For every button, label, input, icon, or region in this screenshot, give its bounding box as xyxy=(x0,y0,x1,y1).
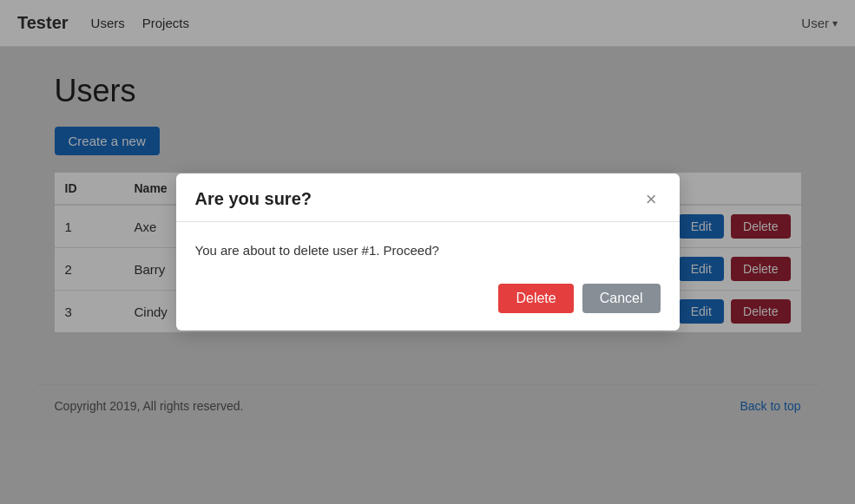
modal-cancel-button[interactable]: Cancel xyxy=(582,284,661,313)
modal-overlay[interactable]: Are you sure? × You are about to delete … xyxy=(0,0,855,504)
modal-delete-button[interactable]: Delete xyxy=(498,284,573,313)
modal-title: Are you sure? xyxy=(195,189,312,209)
modal-close-button[interactable]: × xyxy=(642,190,661,209)
confirm-modal: Are you sure? × You are about to delete … xyxy=(176,173,680,331)
modal-header: Are you sure? × xyxy=(176,173,680,222)
modal-message: You are about to delete user #1. Proceed… xyxy=(195,243,661,258)
modal-body: You are about to delete user #1. Proceed… xyxy=(176,222,680,272)
modal-footer: Delete Cancel xyxy=(176,272,680,331)
